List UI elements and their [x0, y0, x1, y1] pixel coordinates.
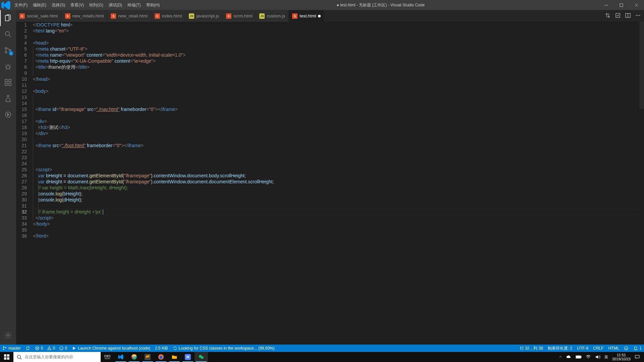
app-vscode[interactable] [114, 352, 127, 362]
docker-icon[interactable] [0, 107, 16, 123]
app-chrome[interactable] [127, 352, 141, 362]
app-wechat[interactable] [195, 352, 208, 362]
search-icon [13, 355, 25, 360]
source-control-icon[interactable]: 1 [0, 42, 16, 58]
app-wps[interactable]: W [181, 352, 195, 362]
tab[interactable]: JSjavascript.js [185, 10, 223, 22]
extensions-icon[interactable] [0, 74, 16, 90]
svg-rect-46 [635, 355, 639, 358]
editor-group: 5social_sale.html5new_retails.html5new_r… [16, 10, 644, 345]
svg-point-18 [3, 347, 4, 348]
split-editor-icon[interactable] [625, 13, 631, 19]
tray-chevron-icon[interactable] [557, 352, 564, 362]
app-firefox[interactable] [154, 352, 168, 362]
svg-rect-45 [576, 356, 580, 358]
taskbar-search[interactable] [13, 352, 101, 362]
tray-volume-icon[interactable] [593, 352, 602, 362]
more-actions-icon[interactable] [635, 13, 641, 19]
status-notifications[interactable]: 1 [631, 345, 644, 352]
taskbar-search-input[interactable] [25, 355, 101, 359]
tab[interactable]: 5new_retails.html [62, 10, 108, 22]
tray-ime[interactable]: 英 [602, 352, 610, 362]
tray-onedrive-icon[interactable] [564, 352, 574, 362]
settings-gear-icon[interactable] [0, 327, 16, 343]
tab-label: custom.js [267, 13, 285, 18]
minimap[interactable] [639, 22, 644, 345]
svg-rect-24 [4, 354, 6, 357]
html-file-icon: 5 [19, 13, 25, 19]
tab-label: javascript.js [196, 13, 219, 18]
menu-item[interactable]: 文件(F) [12, 0, 30, 10]
code-editor[interactable]: 1234567891011121314151617181920212223242… [16, 22, 644, 345]
app-sublime[interactable] [141, 352, 154, 362]
tab[interactable]: JScustom.js [256, 10, 289, 22]
status-encoding[interactable]: UTF-8 [575, 345, 591, 352]
tab[interactable]: 5social_sale.html [16, 10, 62, 22]
tab[interactable]: 5scrm.html [223, 10, 256, 22]
minimize-button[interactable] [599, 0, 614, 10]
tabs-actions [602, 10, 644, 22]
status-filesize[interactable]: 2.5 KiB [153, 345, 170, 352]
html-file-icon: 5 [292, 13, 298, 19]
tab[interactable]: 5index.html [151, 10, 185, 22]
open-preview-icon[interactable] [615, 13, 621, 19]
tab-label: test.html [300, 13, 316, 18]
app-folder[interactable] [168, 352, 181, 362]
svg-point-15 [636, 15, 637, 16]
explorer-icon[interactable] [0, 10, 16, 26]
tabs-container: 5social_sale.html5new_retails.html5new_r… [16, 10, 644, 22]
svg-rect-30 [108, 355, 110, 357]
svg-rect-25 [7, 354, 9, 357]
svg-rect-1 [620, 4, 623, 7]
svg-rect-9 [9, 83, 11, 85]
svg-rect-10 [9, 79, 11, 82]
beaker-icon[interactable] [0, 90, 16, 107]
close-button[interactable] [629, 0, 644, 10]
debug-icon[interactable] [0, 58, 16, 74]
status-css-search[interactable]: Looking for CSS classes in the workspace… [170, 345, 277, 352]
vscode-logo-icon [0, 0, 12, 11]
menu-item[interactable]: 查看(V) [68, 0, 87, 10]
task-view-icon[interactable] [101, 352, 114, 362]
html-file-icon: 5 [226, 13, 231, 19]
status-debug[interactable]: Launch Chrome against localhost (code) [69, 345, 152, 352]
tray-wifi-icon[interactable] [584, 352, 593, 362]
tray-action-center-icon[interactable] [633, 352, 642, 362]
status-language[interactable]: HTML [606, 345, 622, 352]
html-file-icon: 5 [65, 13, 70, 19]
start-button[interactable] [0, 352, 13, 362]
show-desktop-button[interactable] [642, 352, 644, 362]
title-bar: 文件(F)编辑(E)选择(S)查看(V)转到(G)调试(D)终端(T)帮助(H)… [0, 0, 644, 10]
svg-point-19 [3, 349, 4, 350]
svg-point-6 [6, 65, 10, 69]
menu-item[interactable]: 选择(S) [49, 0, 68, 10]
menu-item[interactable]: 终端(T) [125, 0, 143, 10]
status-problems[interactable]: 0 0 0 [33, 345, 70, 352]
status-feedback-icon[interactable] [622, 345, 631, 352]
status-eol[interactable]: CRLF [591, 345, 606, 352]
status-indent[interactable]: 制表符长度: 2 [545, 345, 575, 352]
code-body[interactable]: <!DOCTYPE html><html lang="en"><head> <m… [33, 22, 639, 345]
menu-item[interactable]: 帮助(H) [144, 0, 163, 10]
status-ln-col[interactable]: 行 32，列 38 [518, 345, 545, 352]
menu-item[interactable]: 编辑(E) [30, 0, 49, 10]
tab[interactable]: 5test.html [289, 10, 324, 22]
compare-changes-icon[interactable] [605, 13, 610, 19]
svg-point-42 [201, 356, 204, 359]
js-file-icon: JS [259, 13, 265, 19]
tab[interactable]: 5new_retail.html [107, 10, 151, 22]
status-sync[interactable] [23, 345, 33, 352]
menu-item[interactable]: 转到(G) [87, 0, 106, 10]
tray-clock[interactable]: 11:512019/10/23 [610, 352, 633, 362]
search-icon[interactable] [0, 26, 16, 42]
minimap-thumb[interactable] [639, 22, 644, 109]
svg-rect-26 [4, 357, 6, 360]
maximize-button[interactable] [614, 0, 629, 10]
status-branch[interactable]: master [0, 345, 23, 352]
dirty-indicator-icon [318, 15, 321, 17]
menu-item[interactable]: 调试(D) [106, 0, 125, 10]
tray-battery-icon[interactable] [574, 352, 584, 362]
line-number-gutter: 1234567891011121314151617181920212223242… [16, 22, 33, 345]
html-file-icon: 5 [111, 13, 116, 19]
windows-taskbar: W 英 11:512019/10/23 [0, 352, 644, 362]
